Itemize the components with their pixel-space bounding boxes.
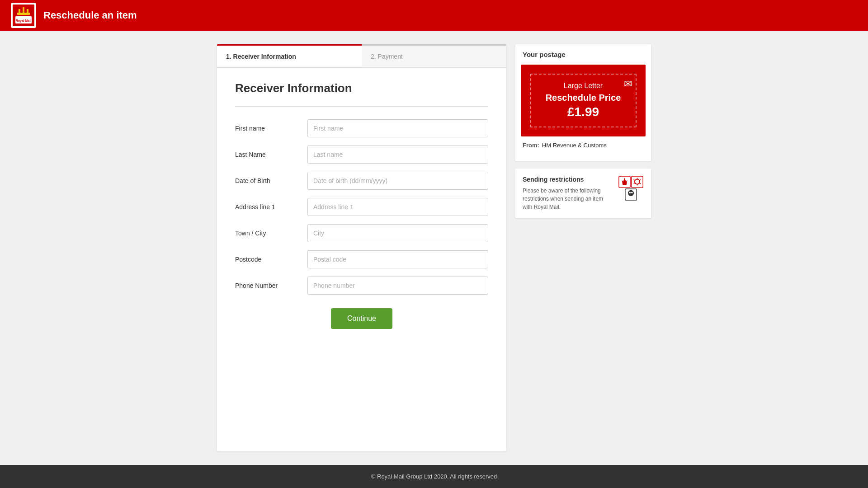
restrictions-icons	[618, 176, 644, 201]
from-row: From: HM Revenue & Customs	[515, 136, 651, 154]
stamp-price-label: Reschedule Price	[538, 93, 628, 103]
postage-stamp: ✉ Large Letter Reschedule Price £1.99	[521, 65, 646, 136]
svg-point-14	[629, 192, 631, 193]
svg-point-15	[631, 192, 633, 193]
dob-row: Date of Birth	[235, 172, 488, 190]
first-name-input[interactable]	[307, 119, 488, 137]
continue-btn-container: Continue	[235, 308, 488, 329]
header-title: Reschedule an item	[43, 9, 137, 21]
form-container: Receiver Information First name Last Nam…	[217, 68, 506, 347]
address-row: Address line 1	[235, 198, 488, 216]
address-label: Address line 1	[235, 203, 307, 211]
stamp-price: £1.99	[538, 105, 628, 119]
first-name-row: First name	[235, 119, 488, 137]
form-title: Receiver Information	[235, 81, 488, 95]
logo-container: Royal Mail	[11, 3, 36, 28]
tab-payment[interactable]: 2. Payment	[362, 44, 506, 67]
last-name-input[interactable]	[307, 145, 488, 164]
main-content: 1. Receiver Information 2. Payment Recei…	[0, 31, 868, 465]
postage-header: Your postage	[515, 44, 651, 65]
svg-rect-3	[23, 7, 24, 14]
town-city-input[interactable]	[307, 224, 488, 242]
phone-label: Phone Number	[235, 282, 307, 289]
last-name-label: Last Name	[235, 151, 307, 158]
tabs: 1. Receiver Information 2. Payment	[217, 44, 506, 68]
footer: © Royal Mail Group Ltd 2020. All rights …	[0, 465, 868, 488]
restrictions-card: Sending restrictions Please be aware of …	[515, 169, 651, 218]
right-panel: Your postage ✉ Large Letter Reschedule P…	[515, 44, 651, 451]
first-name-label: First name	[235, 125, 307, 132]
restrictions-description: Please be aware of the following restric…	[523, 187, 613, 211]
postcode-input[interactable]	[307, 250, 488, 268]
phone-input[interactable]	[307, 277, 488, 295]
address-input[interactable]	[307, 198, 488, 216]
svg-point-13	[628, 190, 634, 196]
dob-label: Date of Birth	[235, 177, 307, 184]
postcode-row: Postcode	[235, 250, 488, 268]
restrictions-text-block: Sending restrictions Please be aware of …	[523, 176, 613, 211]
header: Royal Mail Reschedule an item	[0, 0, 868, 31]
logo-svg: Royal Mail	[12, 4, 35, 27]
hazard-icon	[618, 176, 644, 201]
left-panel: 1. Receiver Information 2. Payment Recei…	[217, 44, 506, 451]
svg-text:Royal Mail: Royal Mail	[16, 19, 32, 23]
form-divider	[235, 106, 488, 107]
restrictions-title: Sending restrictions	[523, 176, 613, 183]
postage-card: Your postage ✉ Large Letter Reschedule P…	[515, 44, 651, 161]
town-city-row: Town / City	[235, 224, 488, 242]
royal-mail-logo: Royal Mail	[11, 3, 36, 28]
svg-rect-5	[17, 13, 30, 15]
phone-row: Phone Number	[235, 277, 488, 295]
postcode-label: Postcode	[235, 256, 307, 263]
stamp-dotted-border: ✉ Large Letter Reschedule Price £1.99	[530, 74, 637, 127]
footer-text: © Royal Mail Group Ltd 2020. All rights …	[371, 473, 497, 480]
stamp-type: Large Letter	[538, 82, 628, 90]
from-value: HM Revenue & Customs	[542, 142, 607, 149]
town-city-label: Town / City	[235, 230, 307, 237]
tab-receiver-information[interactable]: 1. Receiver Information	[217, 44, 362, 67]
from-label: From:	[523, 142, 539, 149]
last-name-row: Last Name	[235, 145, 488, 164]
stamp-icon: ✉	[624, 78, 632, 90]
continue-button[interactable]: Continue	[331, 308, 392, 329]
dob-input[interactable]	[307, 172, 488, 190]
